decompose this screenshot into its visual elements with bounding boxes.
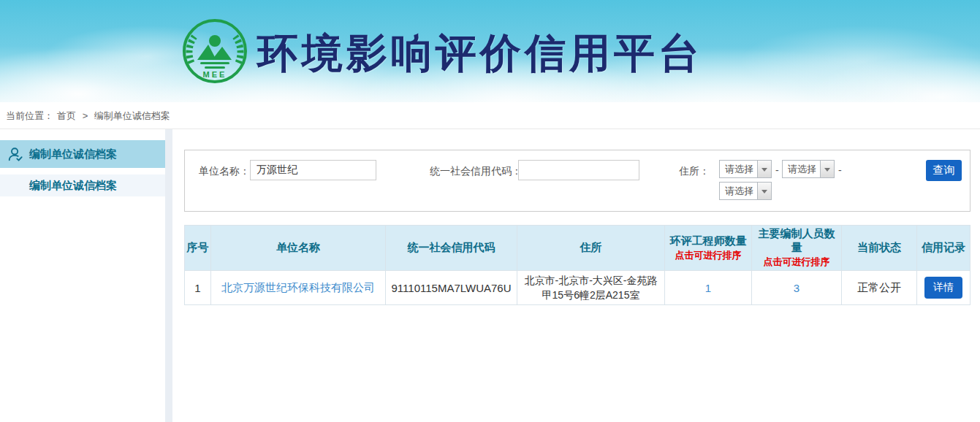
mee-logo-icon: MEE: [181, 18, 248, 85]
address-label: 住所：: [679, 165, 710, 178]
breadcrumb-current: 编制单位诚信档案: [94, 110, 170, 121]
query-button[interactable]: 查询: [926, 160, 962, 181]
engineer-count-link[interactable]: 1: [705, 282, 711, 294]
address-district-select[interactable]: 请选择: [719, 182, 772, 200]
results-table: 序号 单位名称 统一社会信用代码 住所 环评工程师数量 点击可进行排序 主要编制…: [184, 225, 970, 305]
credit-code-label: 统一社会信用代码：: [430, 165, 522, 178]
header-credit-record: 信用记录: [917, 226, 970, 271]
breadcrumb: 当前位置：首页 > 编制单位诚信档案: [0, 102, 980, 129]
sidebar-divider: [165, 129, 172, 422]
site-banner: MEE 环境影响评价信用平台: [0, 0, 980, 102]
address-dash: -: [775, 164, 779, 176]
logo-text: MEE: [203, 70, 227, 79]
header-engineer-count-label: 环评工程师数量: [670, 234, 747, 247]
breadcrumb-home-link[interactable]: 首页: [57, 110, 76, 121]
cell-status: 正常公开: [842, 271, 917, 305]
header-address: 住所: [517, 226, 665, 271]
sidebar: 编制单位诚信档案 编制单位诚信档案: [0, 129, 165, 422]
address-district-value: 请选择: [720, 183, 757, 199]
sidebar-group-label: 编制单位诚信档案: [29, 147, 117, 161]
unit-name-label: 单位名称：: [199, 165, 250, 178]
address-province-select[interactable]: 请选择: [719, 160, 772, 178]
sort-hint[interactable]: 点击可进行排序: [753, 256, 840, 269]
cell-index: 1: [185, 271, 211, 305]
table-header-row: 序号 单位名称 统一社会信用代码 住所 环评工程师数量 点击可进行排序 主要编制…: [185, 226, 970, 271]
search-panel: 单位名称： 统一社会信用代码： 住所： 请选择 - 请选择 - 请选择 查询: [184, 150, 970, 212]
header-index: 序号: [185, 226, 211, 271]
sidebar-item-credit-archive[interactable]: 编制单位诚信档案: [0, 174, 165, 196]
credit-code-input[interactable]: [518, 160, 639, 180]
header-engineer-count-sortable[interactable]: 环评工程师数量 点击可进行排序: [665, 226, 752, 271]
staff-count-link[interactable]: 3: [794, 282, 799, 294]
sidebar-item-credit-archive-group[interactable]: 编制单位诚信档案: [0, 140, 165, 168]
header-credit-code: 统一社会信用代码: [386, 226, 517, 271]
unit-name-link[interactable]: 北京万源世纪环保科技有限公司: [221, 281, 375, 294]
cell-address: 北京市-北京市-大兴区-金苑路甲15号6幢2层A215室: [517, 271, 665, 305]
header-staff-count-sortable[interactable]: 主要编制人员数量 点击可进行排序: [752, 226, 842, 271]
address-dash: -: [838, 164, 842, 176]
unit-name-input[interactable]: [250, 160, 376, 180]
address-city-select[interactable]: 请选择: [782, 160, 835, 178]
header-status: 当前状态: [842, 226, 917, 271]
chevron-down-icon[interactable]: [757, 183, 771, 199]
address-province-value: 请选择: [720, 161, 757, 177]
breadcrumb-prefix: 当前位置：: [6, 110, 53, 121]
breadcrumb-separator: >: [83, 110, 88, 121]
sort-hint[interactable]: 点击可进行排序: [666, 249, 750, 262]
cell-credit-code: 91110115MA7LWUA76U: [386, 271, 517, 305]
detail-button[interactable]: 详情: [924, 277, 962, 299]
header-staff-count-label: 主要编制人员数量: [759, 227, 835, 253]
page-title: 环境影响评价信用平台: [257, 26, 703, 82]
main-content: 单位名称： 统一社会信用代码： 住所： 请选择 - 请选择 - 请选择 查询: [172, 129, 980, 422]
header-unit-name: 单位名称: [211, 226, 386, 271]
user-check-icon: [7, 146, 23, 162]
table-row: 1 北京万源世纪环保科技有限公司 91110115MA7LWUA76U 北京市-…: [185, 271, 970, 305]
chevron-down-icon[interactable]: [757, 161, 771, 177]
chevron-down-icon[interactable]: [820, 161, 834, 177]
address-city-value: 请选择: [783, 161, 820, 177]
